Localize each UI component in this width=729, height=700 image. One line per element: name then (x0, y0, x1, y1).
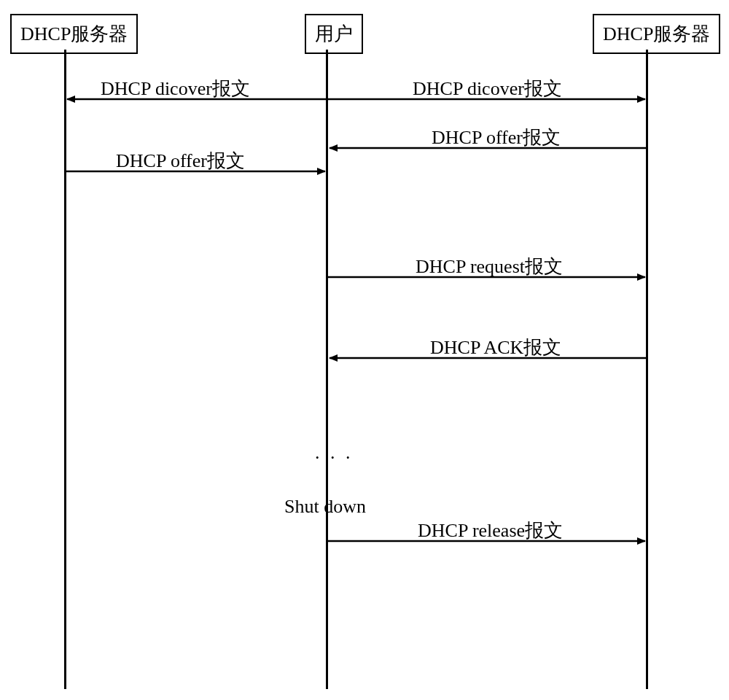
lifeline-right (646, 50, 648, 689)
msg-ack-label: DHCP ACK报文 (430, 335, 561, 360)
participant-right: DHCP服务器 (593, 14, 720, 54)
participant-left: DHCP服务器 (10, 14, 138, 54)
msg-offer-right-label: DHCP offer报文 (432, 125, 561, 150)
participant-left-label: DHCP服务器 (20, 23, 128, 44)
arrows-layer (0, 0, 729, 700)
participant-right-label: DHCP服务器 (603, 23, 710, 44)
participant-middle: 用户 (305, 14, 363, 54)
msg-offer-left-label: DHCP offer报文 (116, 148, 245, 174)
participant-middle-label: 用户 (315, 23, 353, 44)
msg-request-label: DHCP request报文 (416, 254, 563, 279)
ellipsis-text: . . . (315, 442, 354, 464)
msg-release-label: DHCP release报文 (418, 518, 563, 543)
msg-discover-right-label: DHCP dicover报文 (413, 76, 562, 101)
msg-discover-left-label: DHCP dicover报文 (101, 76, 250, 101)
shutdown-text: Shut down (284, 496, 366, 518)
lifeline-left (64, 50, 66, 689)
lifeline-middle (326, 50, 328, 689)
